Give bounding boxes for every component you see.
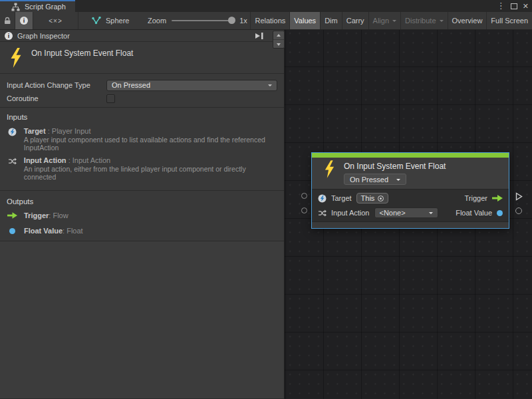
- inputs-section: Inputs Target : Player Input A player in…: [0, 108, 284, 191]
- flow-arrow-icon: [7, 212, 18, 219]
- chevron-down-icon: [396, 179, 400, 183]
- coroutine-label: Coroutine: [7, 94, 106, 102]
- tab-title: Script Graph: [25, 3, 66, 11]
- inspector-header: i Graph Inspector: [0, 30, 284, 42]
- window-controls: ⋮ ✕: [497, 0, 532, 12]
- graph-canvas[interactable]: On Input System Event Float On Pressed: [285, 30, 532, 399]
- info-icon: i: [20, 17, 28, 25]
- trigger-port-label: Trigger: [465, 194, 487, 202]
- field-row-coroutine: Coroutine: [7, 92, 277, 105]
- event-mode-dropdown[interactable]: On Pressed: [344, 174, 406, 185]
- node-header[interactable]: On Input System Event Float On Pressed: [312, 158, 509, 189]
- external-output-port-float[interactable]: [515, 207, 522, 214]
- window-maximize-icon[interactable]: [511, 3, 517, 9]
- input-action-port-label: Input Action: [331, 209, 370, 217]
- node-title: On Input System Event Float: [344, 162, 446, 171]
- object-picker-icon[interactable]: [378, 196, 384, 201]
- inspector-fields: Input Action Change Type On Pressed Coro…: [0, 74, 284, 108]
- flow-port-triangle-icon: [515, 192, 523, 201]
- lock-icon: [3, 17, 11, 25]
- node-color-strip: [312, 153, 509, 158]
- triangle-down-icon: [277, 43, 281, 48]
- script-graph-icon: [11, 3, 20, 11]
- align-dropdown-button[interactable]: Align: [368, 12, 400, 29]
- float-dot-icon: [7, 228, 18, 234]
- target-object-field[interactable]: This: [356, 193, 389, 203]
- window-content: i Graph Inspector On Input System Event …: [0, 30, 532, 399]
- graph-name: Sphere: [106, 17, 129, 25]
- inputs-section-title: Inputs: [7, 113, 277, 121]
- panel-scrubber[interactable]: [273, 31, 285, 49]
- port-description: An input action, either from the linked …: [24, 166, 277, 181]
- field-row-change-type: Input Action Change Type On Pressed: [7, 78, 277, 92]
- input-port-input-action: Input Action : Input Action An input act…: [7, 156, 277, 181]
- target-port-label: Target: [331, 194, 352, 202]
- zoom-slider-handle[interactable]: [228, 17, 235, 24]
- node-row-target-trigger: Target This Trigger: [318, 191, 503, 205]
- triangle-up-icon: [277, 32, 281, 37]
- graph-breadcrumb[interactable]: Sphere: [78, 12, 142, 29]
- zoom-value: 1x: [239, 17, 247, 25]
- node-on-input-system-event-float[interactable]: On Input System Event Float On Pressed: [311, 152, 509, 229]
- input-port-target: Target : Player Input A player input com…: [7, 127, 277, 152]
- input-action-dropdown[interactable]: <None>: [374, 207, 438, 218]
- code-icon: <×>: [49, 17, 63, 25]
- change-type-dropdown[interactable]: On Pressed: [106, 80, 277, 91]
- scrub-down-button[interactable]: [273, 39, 284, 48]
- view-button-values[interactable]: Values: [289, 12, 320, 29]
- flow-arrow-icon[interactable]: [492, 195, 503, 201]
- dock-panel-button[interactable]: [255, 32, 263, 40]
- output-port-float-value: Float Value : Float: [7, 227, 277, 235]
- chevron-down-icon: [268, 84, 272, 88]
- player-input-icon: [318, 194, 327, 203]
- node-footer: [312, 221, 509, 228]
- port-description: A player input component used to list av…: [24, 136, 277, 152]
- node-body: Target This Trigger: [312, 189, 509, 221]
- external-input-port-action[interactable]: [301, 207, 307, 213]
- window-close-icon[interactable]: ✕: [523, 2, 529, 11]
- node-row-action-float: Input Action <None> Float Value: [318, 205, 503, 220]
- fullscreen-button[interactable]: Full Screen: [486, 12, 532, 29]
- tab-script-graph[interactable]: Script Graph: [0, 0, 75, 12]
- external-input-port-target[interactable]: [301, 193, 307, 199]
- lock-button[interactable]: [0, 12, 15, 29]
- event-bolt-icon: [9, 48, 23, 68]
- view-button-dim[interactable]: Dim: [320, 12, 342, 29]
- coroutine-checkbox[interactable]: [106, 94, 115, 103]
- code-view-button[interactable]: <×>: [33, 12, 78, 29]
- chevron-down-icon: [429, 212, 433, 216]
- info-icon: i: [5, 32, 13, 40]
- input-action-icon: [318, 209, 327, 217]
- inspector-title: Graph Inspector: [17, 32, 70, 40]
- chevron-down-icon: [392, 20, 396, 24]
- output-port-trigger: Trigger : Flow: [7, 211, 277, 219]
- distribute-dropdown-button[interactable]: Distribute: [400, 12, 447, 29]
- outputs-section: Outputs Trigger : Flow Float V: [0, 191, 284, 241]
- script-graph-window: Script Graph ⋮ ✕ i <×>: [0, 0, 532, 399]
- view-toggle-group: Relations Values Dim Carry Align Distrib…: [250, 12, 532, 29]
- player-input-icon: [7, 127, 18, 152]
- external-output-port-trigger[interactable]: [515, 192, 523, 202]
- inspect-toggle-button[interactable]: i: [15, 12, 33, 29]
- dock-panel-icon: [255, 32, 263, 40]
- tab-bar: Script Graph ⋮ ✕: [0, 0, 532, 12]
- zoom-slider[interactable]: [172, 20, 233, 21]
- graph-toolbar: i <×> Sphere Zoom 1x Relations: [0, 12, 532, 30]
- view-button-carry[interactable]: Carry: [342, 12, 368, 29]
- window-menu-icon[interactable]: ⋮: [497, 3, 505, 9]
- input-action-icon: [7, 156, 18, 181]
- outputs-section-title: Outputs: [7, 198, 277, 205]
- float-value-port-label: Float Value: [456, 209, 492, 217]
- overview-button[interactable]: Overview: [448, 12, 487, 29]
- scrub-up-button[interactable]: [273, 31, 284, 39]
- selected-node-summary: On Input System Event Float: [0, 42, 284, 74]
- selected-node-title: On Input System Event Float: [31, 49, 133, 58]
- chevron-down-icon: [440, 20, 444, 24]
- zoom-control: Zoom 1x: [142, 12, 247, 29]
- graph-inspector-panel: i Graph Inspector On Input System Event …: [0, 30, 285, 399]
- zoom-label: Zoom: [148, 17, 166, 25]
- float-port-dot-icon[interactable]: [497, 210, 503, 216]
- event-bolt-icon: [324, 160, 335, 178]
- graph-asset-icon: [92, 17, 101, 25]
- view-button-relations[interactable]: Relations: [250, 12, 289, 29]
